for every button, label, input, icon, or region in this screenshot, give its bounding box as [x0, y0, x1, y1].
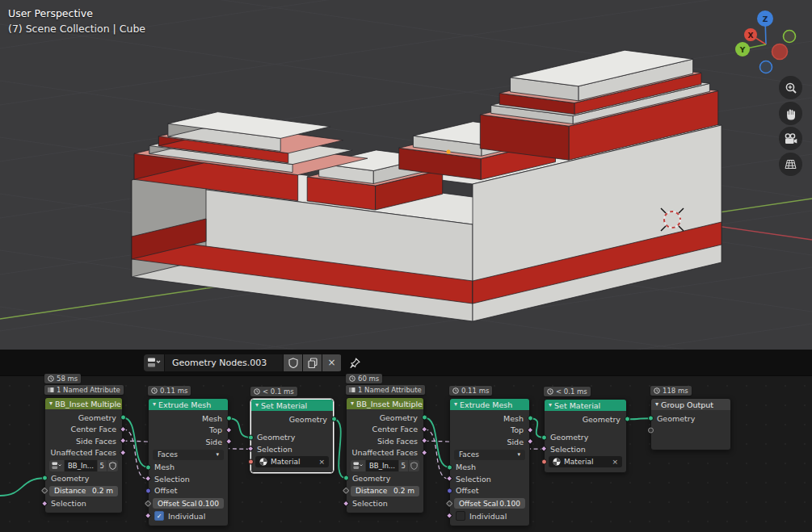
socket-mesh-input[interactable]	[447, 464, 452, 470]
node-header[interactable]: ▾ BB_Inset Multiple	[347, 398, 423, 409]
gizmo-neg-x-ball[interactable]	[772, 44, 788, 60]
3d-viewport[interactable]: User Perspective (7) Scene Collection | …	[0, 0, 812, 350]
offset-scale-slider[interactable]: Offset Scal 0.100	[153, 498, 224, 509]
socket-mesh-output[interactable]	[226, 416, 232, 421]
pan-tool-button[interactable]	[779, 102, 802, 125]
clock-icon	[254, 388, 260, 395]
socket-geometry-output[interactable]	[422, 415, 427, 421]
timer-badge: 0.11 ms	[449, 386, 492, 396]
node-group-output[interactable]: 118 ms ▾ Group Output Geometry	[650, 398, 731, 450]
distance-slider[interactable]: Distance 0.2 m	[49, 486, 118, 496]
node-group-selector[interactable]: BB_In... 5	[351, 460, 419, 471]
socket-geometry-output[interactable]	[331, 417, 337, 422]
node-header[interactable]: ▾ BB_Inset Multiple	[45, 398, 122, 409]
camera-view-button[interactable]	[779, 127, 802, 150]
collapse-chevron-icon[interactable]: ▾	[255, 402, 259, 408]
mesh-object-cube[interactable]	[132, 50, 722, 321]
collapse-chevron-icon[interactable]: ▾	[153, 401, 156, 408]
distance-slider[interactable]: Distance 0.2 m	[351, 486, 419, 496]
pin-button[interactable]	[349, 357, 361, 369]
node-bb-inset-multiple-1[interactable]: 58 ms 1 Named Attribute ▾ BB_Inset Multi…	[44, 397, 123, 513]
object-origin-dot	[447, 150, 451, 154]
clear-material-icon[interactable]: ×	[612, 458, 618, 466]
timer-badge: 58 ms	[44, 374, 81, 383]
node-group-selector[interactable]: BB_In... 5	[49, 460, 118, 471]
gizmo-neg-y-ball[interactable]	[784, 31, 796, 43]
clear-material-icon[interactable]: ×	[318, 458, 325, 466]
socket-geometry-input[interactable]	[248, 434, 254, 440]
socket-mesh-input[interactable]	[145, 464, 151, 470]
node-link-geometry	[0, 478, 44, 496]
copy-icon	[308, 358, 318, 368]
offset-scale-slider[interactable]: Offset Scal 0.100	[454, 498, 525, 509]
geometry-nodes-editor[interactable]: Geometry Nodes.003 ×	[0, 350, 812, 532]
socket-virtual-input[interactable]	[648, 427, 654, 433]
node-extrude-mesh-1[interactable]: 0.11 ms ▾ Extrude Mesh Mesh Top Side Fac…	[148, 398, 229, 526]
socket-geometry-input[interactable]	[42, 475, 48, 481]
collapse-chevron-icon[interactable]: ▾	[549, 402, 552, 408]
gizmo-x-label: X	[748, 31, 754, 40]
node-header[interactable]: ▾ Extrude Mesh	[450, 399, 529, 410]
node-link-geometry	[334, 419, 346, 478]
socket-geometry-output[interactable]	[625, 417, 630, 422]
named-attribute-badge: 1 Named Attribute	[346, 385, 425, 395]
group-users-count[interactable]: 5	[98, 460, 107, 471]
group-users-count[interactable]: 5	[399, 460, 408, 471]
mode-dropdown[interactable]: Faces▾	[153, 450, 224, 460]
individual-checkbox[interactable]	[456, 511, 465, 521]
group-browse-button[interactable]	[351, 460, 365, 471]
node-extrude-mesh-2[interactable]: 0.11 ms ▾ Extrude Mesh Mesh Top Side Fac…	[449, 398, 530, 526]
navigation-gizmo[interactable]: Z X Y	[727, 2, 812, 82]
node-header[interactable]: ▾ Extrude Mesh	[149, 399, 228, 410]
viewport-scene	[0, 0, 812, 350]
group-fake-user-button[interactable]	[409, 460, 419, 471]
material-field[interactable]: Material ×	[255, 456, 329, 467]
group-name-field[interactable]: BB_In...	[366, 460, 398, 471]
socket-geometry-input[interactable]	[541, 434, 547, 440]
nodetree-name-field[interactable]: Geometry Nodes.003	[165, 354, 283, 371]
node-header[interactable]: ▾ Set Material	[545, 400, 626, 411]
node-set-material-1[interactable]: < 0.1 ms ▾ Set Material Geometry Geometr…	[250, 399, 334, 473]
gizmo-neg-z-ball[interactable]	[760, 61, 772, 73]
collapse-chevron-icon[interactable]: ▾	[49, 400, 53, 407]
node-set-material-2[interactable]: < 0.1 ms ▾ Set Material Geometry Geometr…	[544, 399, 627, 473]
gizmo-z-label: Z	[763, 15, 768, 23]
nodetree-icon	[52, 462, 61, 470]
socket-material-input[interactable]	[541, 459, 547, 465]
named-attribute-badge: 1 Named Attribute	[44, 385, 124, 395]
group-fake-user-button[interactable]	[107, 460, 118, 471]
socket-offset-input[interactable]	[447, 488, 452, 493]
group-browse-button[interactable]	[49, 460, 64, 471]
gizmo-y-label: Y	[739, 46, 746, 54]
unlink-button[interactable]: ×	[322, 354, 341, 371]
duplicate-button[interactable]	[303, 354, 322, 371]
toggle-projection-button[interactable]	[779, 153, 802, 176]
node-link-field	[424, 429, 448, 480]
node-canvas[interactable]: 58 ms 1 Named Attribute ▾ BB_Inset Multi…	[0, 376, 812, 532]
zoom-tool-button[interactable]	[779, 76, 802, 99]
node-bb-inset-multiple-2[interactable]: 60 ms 1 Named Attribute ▾ BB_Inset Multi…	[346, 397, 424, 513]
group-name-field[interactable]: BB_In...	[65, 460, 97, 471]
collapse-chevron-icon[interactable]: ▾	[351, 400, 354, 407]
socket-offset-input[interactable]	[145, 488, 151, 493]
socket-geometry-input[interactable]	[648, 416, 654, 421]
timer-badge: 118 ms	[650, 386, 692, 396]
node-editor-header: Geometry Nodes.003 ×	[0, 350, 812, 376]
individual-checkbox[interactable]: ✓	[154, 511, 164, 521]
material-field[interactable]: Material ×	[549, 456, 622, 467]
socket-mesh-output[interactable]	[528, 416, 533, 421]
node-header[interactable]: ▾ Set Material	[251, 400, 333, 411]
node-link-geometry	[229, 418, 250, 438]
socket-material-input[interactable]	[248, 459, 254, 465]
collapse-chevron-icon[interactable]: ▾	[454, 401, 457, 408]
fake-user-button[interactable]	[284, 354, 302, 371]
socket-geometry-output[interactable]	[120, 415, 126, 421]
timer-badge: 0.11 ms	[148, 386, 191, 396]
zoom-icon	[785, 82, 797, 94]
nodetree-browse-button[interactable]	[144, 354, 164, 371]
collapse-chevron-icon[interactable]: ▾	[655, 401, 658, 408]
socket-geometry-input[interactable]	[343, 475, 349, 481]
node-header[interactable]: ▾ Group Output	[651, 399, 730, 410]
chevron-down-icon: ▾	[517, 451, 520, 458]
mode-dropdown[interactable]: Faces▾	[454, 450, 525, 460]
